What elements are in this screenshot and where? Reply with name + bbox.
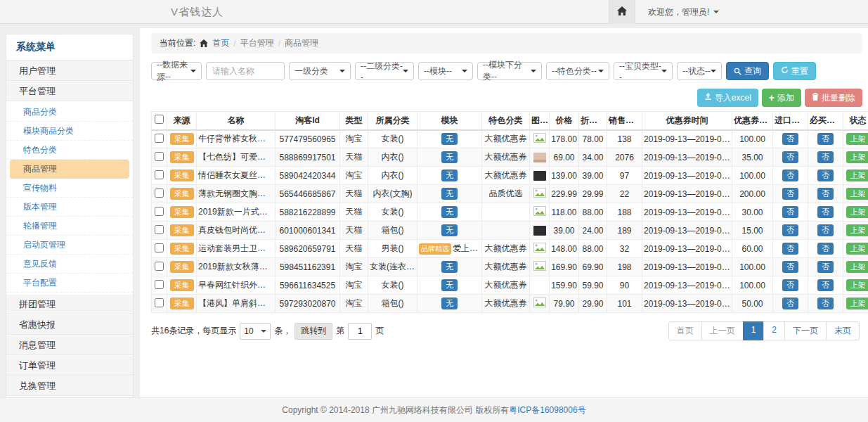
import-toggle[interactable]: 否 <box>782 279 798 291</box>
must-buy-toggle[interactable]: 否 <box>817 279 834 291</box>
filter-status-select[interactable]: --状态-- <box>677 62 722 80</box>
add-button[interactable]: + 添加 <box>762 89 801 107</box>
import-toggle[interactable]: 否 <box>782 133 798 145</box>
module-badge[interactable]: 无 <box>441 170 458 181</box>
column-header-1: 名称 <box>197 112 276 130</box>
must-buy-toggle[interactable]: 否 <box>817 298 834 309</box>
user-menu[interactable]: 欢迎您，管理员! <box>648 6 719 18</box>
sidebar-item-message-mgmt[interactable]: 消息管理 <box>6 335 133 355</box>
module-badge[interactable]: 无 <box>441 298 458 309</box>
must-buy-toggle[interactable]: 否 <box>817 188 834 200</box>
sidebar-item-platform-config[interactable]: 平台配置 <box>6 274 133 293</box>
name-search-input[interactable] <box>206 62 285 80</box>
home-button[interactable] <box>609 0 635 24</box>
import-toggle[interactable]: 否 <box>782 224 798 236</box>
filter-item-type-select[interactable]: --宝贝类型-- <box>614 62 673 80</box>
must-buy-toggle[interactable]: 否 <box>817 133 834 145</box>
status-toggle[interactable]: 上架 <box>846 243 868 255</box>
sidebar-item-savings-news[interactable]: 省惠快报 <box>6 314 133 335</box>
row-checkbox[interactable] <box>155 298 164 307</box>
status-toggle[interactable]: 上架 <box>846 261 868 273</box>
icon-cell <box>530 203 550 222</box>
row-checkbox[interactable] <box>155 170 164 179</box>
module-badge[interactable]: 品牌精选 <box>419 243 451 255</box>
status-toggle[interactable]: 上架 <box>846 206 868 218</box>
module-badge[interactable]: 无 <box>441 261 458 273</box>
must-buy-toggle[interactable]: 否 <box>817 206 834 218</box>
import-toggle[interactable]: 否 <box>782 151 798 163</box>
filter-module-sub-select[interactable]: --模块下分类-- <box>477 62 542 80</box>
filter-feature-select[interactable]: --特色分类-- <box>546 62 609 80</box>
status-toggle[interactable]: 上架 <box>846 188 868 200</box>
filter-module-select[interactable]: --模块-- <box>418 62 473 80</box>
filter-source-select[interactable]: --数据来源-- <box>151 62 202 80</box>
pager-page-1[interactable]: 1 <box>743 321 765 340</box>
must-buy-toggle[interactable]: 否 <box>817 170 834 181</box>
jump-button[interactable]: 跳转到 <box>294 323 332 340</box>
row-checkbox[interactable] <box>155 207 164 216</box>
sidebar-item-version-mgmt[interactable]: 版本管理 <box>6 198 133 217</box>
module-badge[interactable]: 无 <box>441 133 458 145</box>
breadcrumb-home-link[interactable]: 首页 <box>212 37 229 49</box>
sidebar-item-order-mgmt[interactable]: 订单管理 <box>6 355 133 376</box>
sidebar-item-splash-mgmt[interactable]: 启动页管理 <box>6 236 133 255</box>
pager-last[interactable]: 末页 <box>826 321 860 340</box>
module-badge[interactable]: 无 <box>441 206 458 218</box>
bulk-delete-button[interactable]: 批量删除 <box>805 89 862 107</box>
pager-page-2[interactable]: 2 <box>763 321 785 340</box>
must-buy-toggle[interactable]: 否 <box>817 224 834 236</box>
import-toggle[interactable]: 否 <box>782 261 798 273</box>
import-excel-button[interactable]: 导入excel <box>697 89 758 107</box>
row-checkbox[interactable] <box>155 152 164 161</box>
filter-category1-select[interactable]: 一级分类 <box>289 62 351 80</box>
must-buy-toggle[interactable]: 否 <box>817 261 834 273</box>
row-checkbox[interactable] <box>155 280 164 289</box>
pager-first[interactable]: 首页 <box>668 321 702 340</box>
select-all-checkbox[interactable] <box>155 115 164 124</box>
sidebar-item-group-buy-mgmt[interactable]: 拼团管理 <box>6 294 133 314</box>
row-checkbox[interactable] <box>155 262 164 271</box>
import-toggle[interactable]: 否 <box>782 170 798 181</box>
status-toggle[interactable]: 上架 <box>846 224 868 236</box>
jump-page-input[interactable] <box>348 323 372 340</box>
page-size-select[interactable]: 10 <box>240 323 271 340</box>
icp-link[interactable]: 粤ICP备16098006号 <box>509 405 585 415</box>
sidebar-item-module-product-category[interactable]: 模块商品分类 <box>6 122 133 141</box>
column-header-9: 折后价 <box>579 112 607 130</box>
status-toggle[interactable]: 上架 <box>846 151 868 163</box>
sidebar-item-product-category[interactable]: 商品分类 <box>6 103 133 122</box>
table-row: 采集运动套装男士卫衣初秋...589620659791天猫男装()品牌精选爱上运… <box>152 240 868 258</box>
sidebar-item-feature-category[interactable]: 特色分类 <box>6 141 133 160</box>
import-toggle[interactable]: 否 <box>782 188 798 200</box>
pager-prev[interactable]: 上一页 <box>701 321 744 340</box>
sidebar-item-feedback[interactable]: 意见反馈 <box>6 255 133 274</box>
sidebar-item-user-mgmt[interactable]: 用户管理 <box>6 60 133 81</box>
row-checkbox[interactable] <box>155 243 164 252</box>
sidebar-item-exchange-mgmt[interactable]: 兑换管理 <box>6 376 133 396</box>
module-badge[interactable]: 无 <box>441 188 458 200</box>
row-checkbox[interactable] <box>155 225 164 234</box>
module-badge[interactable]: 无 <box>441 151 458 163</box>
reset-button[interactable]: 重置 <box>773 62 816 80</box>
row-checkbox[interactable] <box>155 134 164 143</box>
sidebar-item-platform-mgmt[interactable]: 平台管理 <box>6 81 133 101</box>
status-toggle[interactable]: 上架 <box>846 133 868 145</box>
module-badge[interactable]: 无 <box>441 279 458 291</box>
must-buy-toggle[interactable]: 否 <box>817 243 834 255</box>
module-badge[interactable]: 无 <box>441 224 458 236</box>
sidebar-item-promo-materials[interactable]: 宣传物料 <box>6 179 133 198</box>
filter-category2-select[interactable]: --二级分类-- <box>355 62 414 80</box>
pager-next[interactable]: 下一页 <box>784 321 827 340</box>
pager: 首页上一页12下一页末页 <box>668 321 860 340</box>
search-button[interactable]: 查询 <box>726 62 769 80</box>
sidebar-item-product-mgmt[interactable]: 商品管理 <box>10 160 129 179</box>
import-toggle[interactable]: 否 <box>782 243 798 255</box>
status-toggle[interactable]: 上架 <box>846 279 868 291</box>
status-toggle[interactable]: 上架 <box>846 298 868 309</box>
row-checkbox[interactable] <box>155 188 164 198</box>
must-buy-toggle[interactable]: 否 <box>817 151 834 163</box>
import-toggle[interactable]: 否 <box>782 206 798 218</box>
import-toggle[interactable]: 否 <box>782 298 798 309</box>
status-toggle[interactable]: 上架 <box>846 170 868 181</box>
sidebar-item-carousel-mgmt[interactable]: 轮播管理 <box>6 217 133 236</box>
